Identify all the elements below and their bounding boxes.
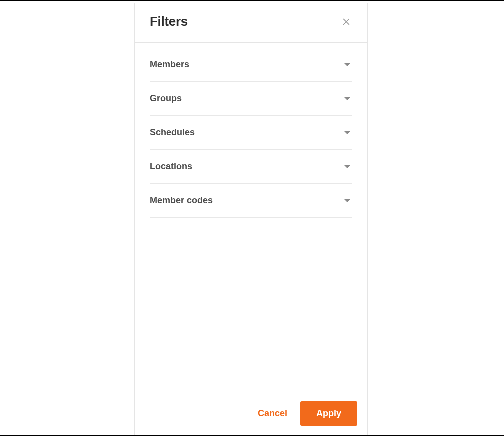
- filter-label: Locations: [150, 161, 192, 172]
- caret-down-icon: [344, 131, 350, 134]
- panel-body: Members Groups Schedules Locations Membe…: [135, 43, 367, 392]
- filter-label: Members: [150, 59, 189, 70]
- panel-header: Filters: [135, 3, 367, 43]
- filter-label: Groups: [150, 93, 182, 104]
- caret-down-icon: [344, 97, 350, 100]
- panel-title: Filters: [150, 14, 188, 29]
- filters-panel: Filters Members Groups Schedules Locatio…: [134, 3, 368, 435]
- filter-section-groups[interactable]: Groups: [150, 82, 352, 116]
- caret-down-icon: [344, 165, 350, 168]
- caret-down-icon: [344, 199, 350, 202]
- caret-down-icon: [344, 63, 350, 66]
- filter-section-schedules[interactable]: Schedules: [150, 116, 352, 150]
- filter-section-locations[interactable]: Locations: [150, 150, 352, 184]
- close-icon: [341, 17, 351, 27]
- apply-button[interactable]: Apply: [300, 401, 357, 426]
- close-button[interactable]: [340, 16, 352, 28]
- panel-footer: Cancel Apply: [135, 392, 367, 435]
- filter-section-members[interactable]: Members: [150, 48, 352, 82]
- filter-section-member-codes[interactable]: Member codes: [150, 184, 352, 218]
- filter-label: Schedules: [150, 127, 195, 138]
- cancel-button[interactable]: Cancel: [256, 402, 289, 425]
- filter-label: Member codes: [150, 195, 213, 206]
